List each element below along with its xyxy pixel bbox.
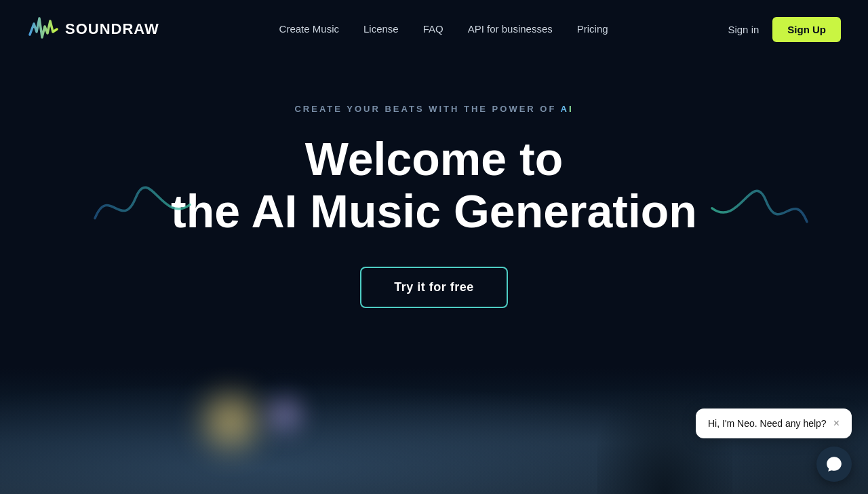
hero-section: CREATE YOUR BEATS WITH THE POWER OF AI W…	[0, 58, 868, 367]
nav-pricing[interactable]: Pricing	[577, 23, 608, 35]
nav-links: Create Music License FAQ API for busines…	[279, 23, 608, 35]
navbar: SOUNDRAW Create Music License FAQ API fo…	[0, 0, 868, 58]
nav-faq[interactable]: FAQ	[423, 23, 443, 35]
chat-tooltip-text: Hi, I'm Neo. Need any help?	[708, 418, 827, 429]
chat-tooltip: Hi, I'm Neo. Need any help? ×	[696, 408, 852, 438]
hero-title: Welcome to the AI Music Generation	[171, 133, 697, 236]
hero-eyebrow: CREATE YOUR BEATS WITH THE POWER OF AI	[294, 104, 573, 114]
nav-license[interactable]: License	[363, 23, 399, 35]
nav-create-music[interactable]: Create Music	[279, 23, 339, 35]
sign-up-button[interactable]: Sign Up	[772, 17, 841, 42]
photo-figure	[597, 385, 732, 494]
logo-link[interactable]: SOUNDRAW	[27, 13, 159, 45]
eyebrow-gradient-text: AI	[561, 104, 574, 114]
nav-right: Sign in Sign Up	[728, 17, 841, 42]
hero-title-line1: Welcome to	[171, 133, 697, 185]
logo-icon	[27, 13, 60, 45]
wave-decoration-right	[705, 174, 814, 244]
chat-bubble-icon	[825, 455, 843, 473]
hero-title-line2: the AI Music Generation	[171, 185, 697, 237]
chat-bubble-button[interactable]	[816, 446, 852, 482]
try-free-button[interactable]: Try it for free	[360, 267, 508, 308]
sign-in-link[interactable]: Sign in	[728, 24, 759, 35]
nav-api[interactable]: API for businesses	[468, 23, 553, 35]
logo-text: SOUNDRAW	[65, 20, 159, 38]
chat-close-button[interactable]: ×	[833, 418, 840, 429]
eyebrow-plain-text: CREATE YOUR BEATS WITH THE POWER OF	[294, 104, 560, 114]
wave-decoration-left	[88, 170, 197, 241]
photo-light-2	[258, 387, 312, 442]
